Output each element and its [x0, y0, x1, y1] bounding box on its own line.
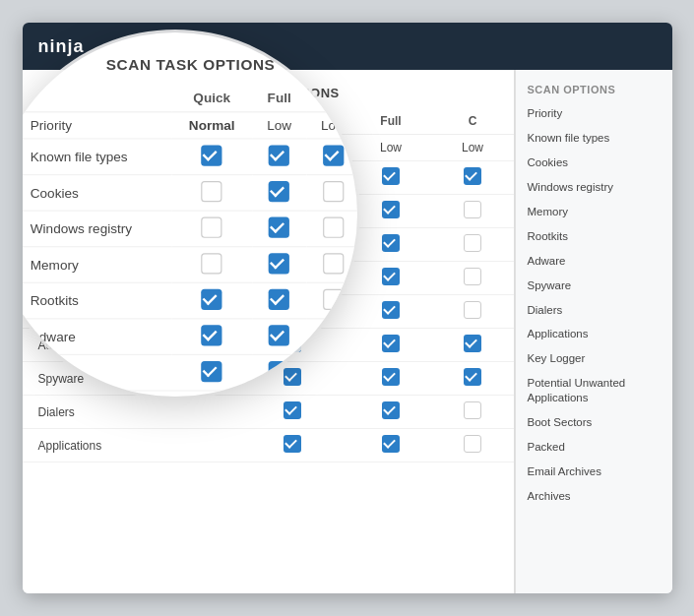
checkbox-checked[interactable] — [382, 401, 400, 419]
sidebar-item[interactable]: Adware — [516, 249, 672, 274]
row-label: Adware — [23, 329, 234, 362]
checkbox-unchecked[interactable] — [284, 268, 301, 285]
sidebar-item[interactable]: Windows registry — [516, 175, 672, 200]
scan-task-title: SCAN TASK OPTIONS — [23, 70, 514, 108]
row-label: Memory — [23, 262, 234, 295]
table-row: Cookies — [23, 195, 514, 228]
main-content: SCAN TASK OPTIONS Quick Full C Priority … — [23, 70, 672, 593]
checkbox-cell-custom — [432, 195, 514, 228]
checkbox-cell-custom — [432, 262, 514, 295]
table-row: Known file types — [23, 161, 514, 195]
col-quick: Quick — [234, 108, 350, 135]
sidebar-item[interactable]: Memory — [516, 200, 672, 224]
checkbox-checked[interactable] — [382, 368, 400, 386]
row-label: Dialers — [23, 396, 234, 429]
sidebar-item[interactable]: Boot Sectors — [516, 410, 672, 435]
priority-full: Low — [350, 135, 432, 161]
checkbox-cell-full — [350, 161, 432, 195]
checkbox-cell-full — [350, 329, 432, 362]
checkbox-checked[interactable] — [382, 268, 400, 285]
checkbox-checked[interactable] — [382, 301, 400, 319]
sidebar-item[interactable]: Key Logger — [516, 346, 672, 371]
checkbox-cell-quick — [234, 228, 350, 262]
sidebar-item[interactable]: Potential Unwanted Applications — [516, 371, 672, 410]
checkbox-unchecked[interactable] — [464, 301, 481, 319]
priority-custom: Low — [432, 135, 514, 161]
sidebar-item[interactable]: Archives — [516, 484, 672, 509]
row-label: Windows registry — [23, 228, 234, 262]
checkbox-checked[interactable] — [284, 435, 301, 453]
checkbox-unchecked[interactable] — [284, 201, 301, 218]
logo: ninja — [38, 36, 85, 57]
sidebar-item[interactable]: Cookies — [516, 151, 672, 175]
sidebar-item[interactable]: Dialers — [516, 298, 672, 323]
checkbox-checked[interactable] — [382, 435, 400, 453]
table-row: Adware — [23, 329, 514, 362]
checkbox-cell-custom — [432, 329, 514, 362]
top-bar: ninja — [23, 23, 672, 70]
checkbox-checked[interactable] — [382, 201, 400, 218]
checkbox-cell-full — [350, 429, 432, 462]
checkbox-checked[interactable] — [284, 167, 301, 185]
checkbox-cell-quick — [234, 362, 350, 396]
row-label: Cookies — [23, 195, 234, 228]
checkbox-unchecked[interactable] — [464, 401, 481, 419]
checkbox-checked[interactable] — [464, 368, 481, 386]
priority-row: Priority Normal Low Low — [23, 135, 514, 161]
checkbox-cell-full — [350, 396, 432, 429]
table-row: Applications — [23, 429, 514, 462]
sidebar-item[interactable]: Spyware — [516, 274, 672, 298]
table-row: Dialers — [23, 396, 514, 429]
checkbox-checked[interactable] — [464, 335, 481, 352]
table-row: Rootkits — [23, 295, 514, 329]
checkbox-unchecked[interactable] — [464, 268, 481, 285]
checkbox-cell-full — [350, 295, 432, 329]
checkbox-cell-quick — [234, 429, 350, 462]
col-custom: C — [432, 108, 514, 135]
priority-quick: Normal — [234, 135, 350, 161]
checkbox-unchecked[interactable] — [284, 234, 301, 252]
checkbox-checked[interactable] — [464, 167, 481, 185]
checkbox-unchecked[interactable] — [464, 234, 481, 252]
checkbox-checked[interactable] — [284, 335, 301, 352]
checkbox-cell-custom — [432, 161, 514, 195]
table-row: Spyware — [23, 362, 514, 396]
checkbox-cell-full — [350, 228, 432, 262]
priority-label: Priority — [23, 135, 234, 161]
checkbox-cell-quick — [234, 396, 350, 429]
checkbox-cell-quick — [234, 195, 350, 228]
app-window: ninja SCAN TASK OPTIONS Quick Full C Pri… — [23, 23, 672, 593]
checkbox-cell-quick — [234, 329, 350, 362]
sidebar-item[interactable]: Known file types — [516, 126, 672, 151]
center-panel: SCAN TASK OPTIONS Quick Full C Priority … — [23, 70, 515, 593]
sidebar-item[interactable]: Rootkits — [516, 224, 672, 249]
row-label: Applications — [23, 429, 234, 462]
checkbox-cell-custom — [432, 396, 514, 429]
sidebar-item[interactable]: Applications — [516, 322, 672, 346]
checkbox-checked[interactable] — [382, 335, 400, 352]
checkbox-unchecked[interactable] — [464, 435, 481, 453]
table-row: Windows registry — [23, 228, 514, 262]
checkbox-cell-quick — [234, 161, 350, 195]
checkbox-cell-custom — [432, 295, 514, 329]
checkbox-cell-custom — [432, 429, 514, 462]
row-label: Rootkits — [23, 295, 234, 329]
checkbox-checked[interactable] — [284, 368, 301, 386]
sidebar-section-title: Scan Options — [516, 80, 672, 101]
checkbox-cell-full — [350, 362, 432, 396]
checkbox-unchecked[interactable] — [464, 201, 481, 218]
table-row: Memory — [23, 262, 514, 295]
sidebar-item[interactable]: Email Archives — [516, 460, 672, 484]
sidebar-item[interactable]: Priority — [516, 101, 672, 126]
checkbox-cell-full — [350, 262, 432, 295]
checkbox-checked[interactable] — [382, 167, 400, 185]
checkbox-checked[interactable] — [284, 401, 301, 419]
sidebar-item[interactable]: Packed — [516, 435, 672, 460]
checkbox-cell-full — [350, 195, 432, 228]
checkbox-cell-quick — [234, 295, 350, 329]
right-sidebar: Scan Options PriorityKnown file typesCoo… — [515, 70, 672, 593]
checkbox-cell-quick — [234, 262, 350, 295]
row-label: Known file types — [23, 161, 234, 195]
checkbox-checked[interactable] — [284, 301, 301, 319]
checkbox-checked[interactable] — [382, 234, 400, 252]
